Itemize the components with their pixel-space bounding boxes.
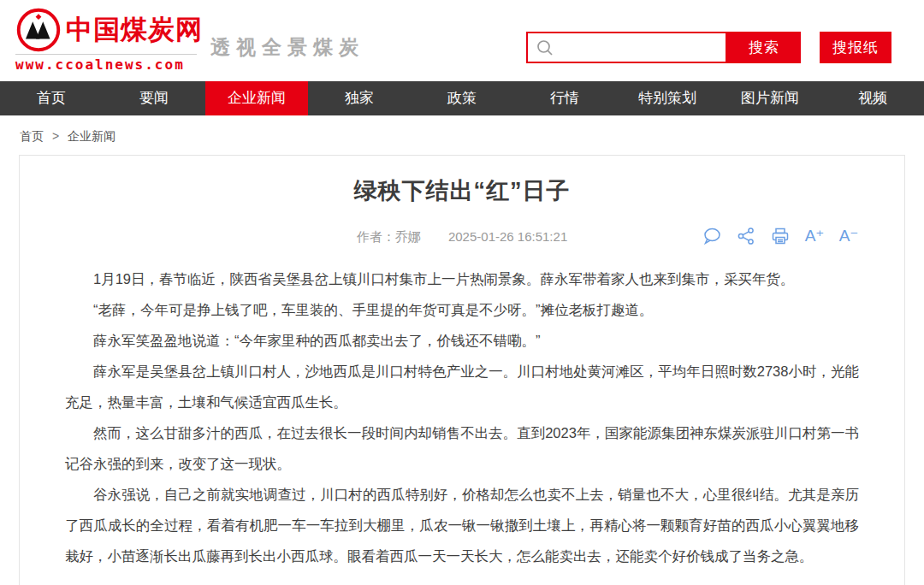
search-button[interactable]: 搜索	[727, 32, 801, 63]
breadcrumb-separator: >	[52, 129, 59, 143]
article-body: 1月19日，春节临近，陕西省吴堡县岔上镇川口村集市上一片热闹景象。薛永军带着家人…	[65, 263, 859, 571]
breadcrumb-current[interactable]: 企业新闻	[68, 129, 116, 143]
nav-item-policy[interactable]: 政策	[411, 81, 513, 115]
nav-item-top-news[interactable]: 要闻	[103, 81, 205, 115]
main-nav: 首页 要闻 企业新闻 独家 政策 行情 特别策划 图片新闻 视频	[0, 81, 924, 115]
article-paragraph: 1月19日，春节临近，陕西省吴堡县岔上镇川口村集市上一片热闹景象。薛永军带着家人…	[65, 263, 859, 294]
font-increase-icon[interactable]: A⁺	[804, 226, 825, 246]
site-title: 中国煤炭网	[66, 12, 203, 48]
nav-item-enterprise-news[interactable]: 企业新闻	[205, 81, 308, 115]
article-paragraph: “老薛，今年可是挣上钱了吧，车里装的、手里提的年货可真是不少呀。”摊位老板打趣道…	[65, 294, 859, 325]
site-logo[interactable]: 中国煤炭网 www.ccoalnews.com	[15, 7, 197, 73]
article-toolbar: A⁺ A⁻	[702, 226, 859, 246]
print-icon[interactable]	[770, 226, 791, 246]
site-header: 中国煤炭网 www.ccoalnews.com 透视全景煤炭 搜索 搜报纸	[0, 0, 924, 81]
nav-item-market[interactable]: 行情	[513, 81, 616, 115]
nav-item-photo-news[interactable]: 图片新闻	[719, 81, 821, 115]
nav-item-video[interactable]: 视频	[821, 81, 924, 115]
author-label: 作者：	[357, 229, 395, 244]
font-decrease-icon[interactable]: A⁻	[838, 226, 859, 246]
search-input[interactable]	[555, 36, 729, 60]
article-container: 绿秧下结出“红”日子 作者：乔娜 2025-01-26 16:51:21	[19, 155, 905, 585]
nav-item-special[interactable]: 特别策划	[616, 81, 719, 115]
search-icon	[535, 38, 555, 58]
article-paragraph: 薛永军是吴堡县岔上镇川口村人，沙地西瓜是川口村特色产业之一。川口村地处黄河滩区，…	[65, 356, 859, 417]
article-paragraph: 然而，这么甘甜多汁的西瓜，在过去很长一段时间内却销售不出去。直到2023年，国家…	[65, 417, 859, 479]
search-paper-button[interactable]: 搜报纸	[820, 32, 891, 63]
article-paragraph: 谷永强说，自己之前就实地调查过，川口村的西瓜特别好，价格却怎么也卖不上去，销量也…	[65, 479, 859, 571]
site-tagline: 透视全景煤炭	[210, 34, 364, 61]
site-url: www.ccoalnews.com	[15, 54, 197, 73]
article-meta: 作者：乔娜 2025-01-26 16:51:21	[65, 226, 859, 248]
breadcrumb: 首页 > 企业新闻	[0, 115, 924, 155]
article-paragraph: 薛永军笑盈盈地说道：“今年家里种的西瓜都卖出去了，价钱还不错嘞。”	[65, 325, 859, 356]
nav-item-exclusive[interactable]: 独家	[308, 81, 411, 115]
nav-item-home[interactable]: 首页	[0, 81, 103, 115]
author-name: 乔娜	[395, 229, 421, 244]
comment-icon[interactable]	[702, 226, 722, 246]
breadcrumb-home[interactable]: 首页	[20, 129, 44, 143]
search-area: 搜索 搜报纸	[526, 32, 801, 63]
share-icon[interactable]	[736, 226, 756, 246]
search-box	[526, 32, 727, 63]
article-title: 绿秧下结出“红”日子	[65, 176, 859, 205]
coal-logo-icon	[15, 7, 62, 53]
publish-datetime: 2025-01-26 16:51:21	[448, 229, 567, 244]
